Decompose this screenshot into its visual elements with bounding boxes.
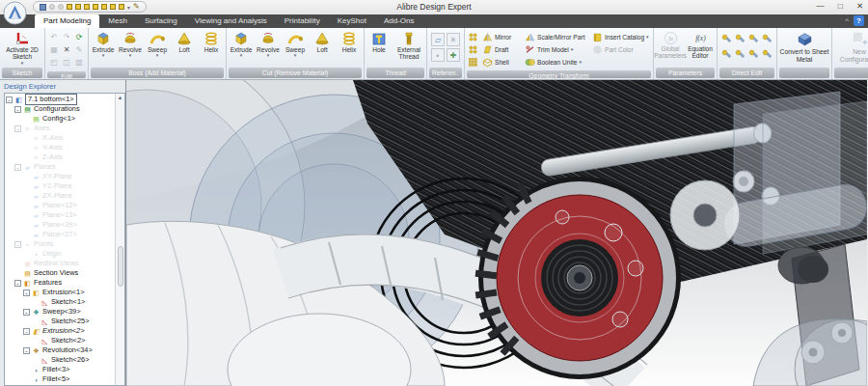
activate-2d-sketch-button[interactable]: Activate 2D Sketch ▾ — [1, 29, 43, 66]
grid-pattern-button[interactable]: ▾ — [468, 57, 480, 68]
tree-item[interactable]: -Revolution<34> — [5, 345, 115, 355]
insert-axis-button[interactable]: ✳ — [447, 33, 460, 46]
tree-item[interactable]: -Axes — [5, 124, 115, 133]
undo-icon[interactable]: ↶ — [48, 32, 60, 43]
insert-point-button[interactable]: ▪ — [431, 48, 445, 62]
tab-part-modeling[interactable]: Part Modeling — [35, 14, 99, 28]
boss-sweep-button[interactable]: Sweep▾ — [144, 29, 171, 58]
scale-mirror-part-button[interactable]: Scale/Mirror Part — [525, 32, 590, 42]
tab-viewing-analysis[interactable]: Viewing and Analysis — [186, 14, 276, 28]
edit-fillet-icon[interactable] — [720, 48, 732, 60]
tree-expander[interactable]: - — [14, 125, 21, 132]
viewport-3d[interactable] — [126, 80, 868, 386]
tab-mesh[interactable]: Mesh — [99, 14, 136, 28]
tree-item[interactable]: -Extrusion<2> — [5, 326, 115, 336]
tree-expander[interactable]: - — [23, 328, 30, 335]
scroll-up-icon[interactable]: ▲ — [118, 94, 123, 101]
edit-boss-icon[interactable] — [761, 48, 773, 60]
tree-scrollbar[interactable]: ▲ — [115, 94, 124, 385]
circular-pattern-button[interactable]: ▾ — [468, 44, 480, 55]
trim-model-button[interactable]: Trim Model▾ — [525, 44, 590, 55]
tree-item[interactable]: Plane<39> — [5, 220, 115, 230]
equation-editor-button[interactable]: Equation Editor — [687, 31, 714, 60]
tree-item[interactable]: Sketch<26> — [5, 355, 115, 365]
cut-sweep-button[interactable]: Sweep▾ — [282, 29, 309, 58]
mirror-button[interactable]: Mirror — [482, 32, 523, 42]
offset-face-icon[interactable] — [734, 33, 746, 44]
tree-item[interactable]: Z-Axis — [5, 152, 115, 162]
tree-item[interactable]: Sketch<1> — [5, 297, 115, 307]
edit-sketch-icon[interactable]: ✎ — [73, 44, 85, 56]
boss-revolve-button[interactable]: Revolve▾ — [117, 29, 144, 58]
tree-item[interactable]: Fillet<3> — [5, 365, 115, 374]
tree-item[interactable]: -Configurations — [5, 104, 115, 114]
tree-item[interactable]: -Planes — [5, 162, 115, 172]
tab-surfacing[interactable]: Surfacing — [136, 14, 186, 28]
tree-item[interactable]: X-Axis — [5, 133, 115, 143]
app-logo-icon[interactable] — [3, 1, 27, 25]
tree-expander[interactable]: - — [14, 241, 21, 248]
cut-extrude-button[interactable]: Extrude▾ — [228, 29, 255, 58]
tree-expander[interactable]: - — [6, 96, 13, 103]
tree-item[interactable]: -Points — [5, 239, 115, 249]
tree-item[interactable]: Sketch<2> — [5, 336, 115, 345]
tree-item[interactable]: -7.1 bottom<1> — [5, 95, 115, 104]
cut-loft-button[interactable]: Loft — [309, 29, 336, 53]
select-icon[interactable]: ▦ — [48, 44, 60, 56]
convert-to-sheet-metal-button[interactable]: Convert to Sheet Metal — [778, 29, 830, 64]
linear-pattern-button[interactable]: ▾ — [468, 32, 480, 42]
boss-loft-button[interactable]: Loft — [171, 29, 198, 53]
delete-icon[interactable]: ✕ — [61, 44, 72, 56]
tree-item[interactable]: Sketch<25> — [5, 317, 115, 326]
tree-expander[interactable]: - — [14, 280, 21, 287]
insert-anchor-button[interactable]: ✚ — [447, 48, 460, 62]
cut-helix-button[interactable]: Helix — [336, 29, 363, 53]
tab-add-ons[interactable]: Add-Ons — [375, 14, 423, 28]
shell-button[interactable]: Shell — [482, 57, 523, 68]
maximize-button[interactable]: □ — [838, 1, 843, 11]
tree-expander[interactable]: - — [23, 290, 30, 296]
copy-icon[interactable]: ◫ — [61, 57, 72, 69]
model-scene[interactable] — [126, 80, 867, 386]
tab-printability[interactable]: Printability — [276, 14, 329, 28]
collapse-ribbon-icon[interactable]: ^ — [845, 17, 849, 25]
tree-item[interactable]: ZX-Plane — [5, 191, 115, 201]
external-thread-button[interactable]: External Thread — [393, 29, 425, 61]
tree-item[interactable]: -Features — [5, 278, 115, 288]
tree-item[interactable]: Config<1> — [5, 114, 115, 124]
redo-icon[interactable]: ↷ — [61, 32, 72, 43]
edit-hole-icon[interactable] — [747, 48, 759, 60]
tree-item[interactable]: Plane<13> — [5, 210, 115, 220]
boss-extrude-button[interactable]: Extrude▾ — [90, 29, 117, 58]
scrollbar-thumb[interactable] — [118, 246, 123, 287]
remove-face-icon[interactable] — [747, 33, 759, 44]
tree-item[interactable]: Origin — [5, 249, 115, 259]
tree-expander[interactable]: - — [23, 347, 30, 354]
tree-item[interactable]: Redline Views — [5, 259, 115, 268]
resize-face-icon[interactable] — [761, 33, 773, 44]
draft-button[interactable]: Draft — [482, 44, 523, 55]
boss-helix-button[interactable]: Helix — [198, 29, 225, 53]
tree-item[interactable]: XY-Plane — [5, 172, 115, 181]
tree-expander[interactable]: - — [23, 309, 30, 316]
tab-keyshot[interactable]: KeyShot — [329, 14, 375, 28]
close-button[interactable]: ✕ — [856, 1, 863, 11]
hole-button[interactable]: Hole — [366, 29, 393, 53]
tree-expander[interactable]: - — [14, 164, 21, 171]
insert-plane-button[interactable]: ▱ — [431, 33, 445, 46]
tree-item[interactable]: Plane<12> — [5, 201, 115, 210]
tree-item[interactable]: Section Views — [5, 268, 115, 278]
tree-expander[interactable]: - — [14, 106, 21, 113]
paste-icon[interactable]: ▥ — [73, 57, 85, 69]
tree-item[interactable]: -Sweep<39> — [5, 307, 115, 317]
tree-item[interactable]: Y-Axis — [5, 143, 115, 152]
cut-icon[interactable]: ◰ — [48, 57, 60, 69]
tree-item[interactable]: Plane<27> — [5, 230, 115, 239]
boolean-unite-button[interactable]: Boolean Unite▾ — [525, 57, 590, 68]
edit-chamfer-icon[interactable] — [734, 48, 746, 60]
regenerate-icon[interactable]: ⟳ — [73, 32, 85, 43]
minimize-button[interactable]: — — [816, 1, 825, 11]
tree-item[interactable]: Fillet<5> — [5, 374, 115, 384]
tree-item[interactable]: -Extrusion<1> — [5, 288, 115, 297]
cut-revolve-button[interactable]: Revolve▾ — [255, 29, 282, 58]
